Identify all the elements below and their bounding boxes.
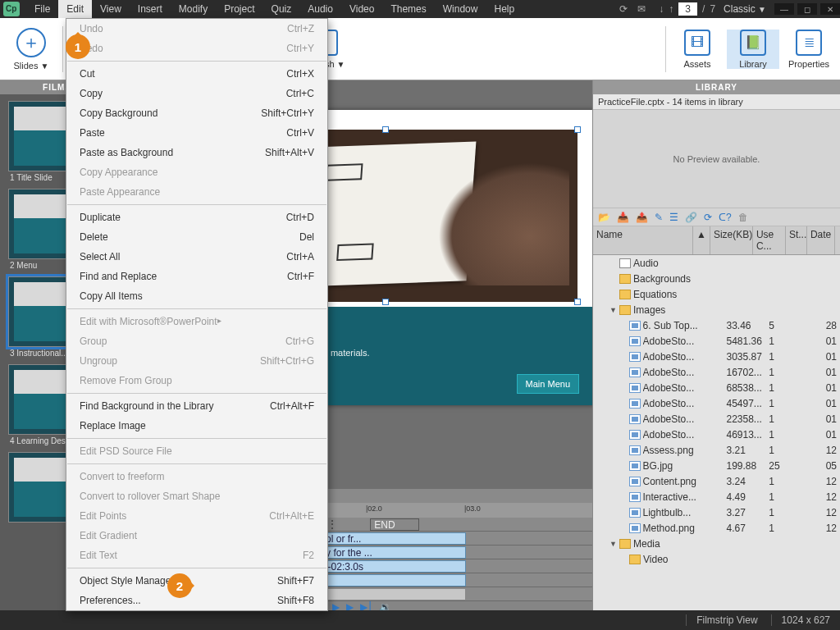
- menu-item-copy-background[interactable]: Copy BackgroundShift+Ctrl+Y: [66, 103, 327, 123]
- menu-item-find-background-in-the-library[interactable]: Find Background in the LibraryCtrl+Alt+F: [66, 396, 327, 416]
- lib-item[interactable]: Lightbulb...3.27112: [593, 504, 840, 520]
- callout-1: 1: [66, 34, 90, 59]
- lib-delete-icon[interactable]: 🗑: [738, 212, 748, 223]
- menu-edit[interactable]: Edit: [58, 0, 92, 18]
- lib-item[interactable]: AdobeSto...3035.87101: [593, 349, 840, 364]
- lib-open-icon[interactable]: 📂: [598, 212, 610, 223]
- menu-window[interactable]: Window: [435, 0, 486, 18]
- menu-item-edit-gradient: Edit Gradient: [66, 526, 327, 546]
- menu-item-paste-appearance: Paste Appearance: [66, 182, 327, 202]
- pager-down-icon[interactable]: ↓: [659, 3, 664, 15]
- lib-item[interactable]: BG.jpg199.882505: [593, 458, 840, 473]
- lib-import-icon[interactable]: 📥: [617, 212, 629, 223]
- library-file-info: PracticeFile.cptx - 14 items in library: [593, 94, 840, 110]
- workspace-selector[interactable]: Classic ▼: [724, 3, 766, 15]
- status-bar: Filmstrip View 1024 x 627: [0, 610, 840, 630]
- menu-item-copy[interactable]: CopyCtrl+C: [66, 84, 327, 103]
- menu-item-select-all[interactable]: Select AllCtrl+A: [66, 247, 327, 267]
- Library-icon: 📗: [740, 30, 766, 56]
- step-fwd-icon[interactable]: ▶: [346, 601, 354, 610]
- library-toolbar: 📂 📥 📤 ✎ ☰ 🔗 ⟳ ᑕ? 🗑: [593, 208, 840, 226]
- menu-item-edit-psd-source-file: Edit PSD Source File: [66, 441, 327, 461]
- main-menu-button[interactable]: Main Menu: [517, 374, 579, 394]
- menu-view[interactable]: View: [92, 0, 130, 18]
- menu-themes[interactable]: Themes: [382, 0, 434, 18]
- ribbon-slides[interactable]: ＋Slides ▼: [5, 28, 57, 71]
- lib-folder[interactable]: Equations: [593, 286, 840, 302]
- status-dims: 1024 x 627: [771, 614, 830, 626]
- lib-props-icon[interactable]: ☰: [669, 212, 678, 223]
- edit-menu-dropdown[interactable]: UndoCtrl+ZRedoCtrl+YCutCtrl+XCopyCtrl+CC…: [66, 18, 328, 611]
- menu-insert[interactable]: Insert: [130, 0, 171, 18]
- menu-item-replace-image[interactable]: Replace Image: [66, 416, 327, 436]
- lib-folder[interactable]: Video: [593, 551, 840, 567]
- Properties-icon: ≣: [796, 30, 822, 56]
- callout-2: 2: [167, 573, 192, 598]
- menu-item-copy-appearance: Copy Appearance: [66, 162, 327, 182]
- sync-icon[interactable]: ⟳: [619, 3, 628, 15]
- lib-folder[interactable]: ▼Images: [593, 302, 840, 317]
- menu-video[interactable]: Video: [341, 0, 382, 18]
- audio-icon[interactable]: 🔉: [379, 601, 391, 610]
- menu-item-cut[interactable]: CutCtrl+X: [66, 64, 327, 84]
- lib-item[interactable]: Method.png4.67112: [593, 520, 840, 536]
- lib-item[interactable]: Assess.png3.21112: [593, 442, 840, 458]
- library-panel: LIBRARY PracticeFile.cptx - 14 items in …: [592, 80, 840, 610]
- menu-item-find-and-replace[interactable]: Find and ReplaceCtrl+F: [66, 267, 327, 286]
- menu-modify[interactable]: Modify: [171, 0, 216, 18]
- menu-item-group: GroupCtrl+G: [66, 331, 327, 351]
- menu-item-copy-all-items[interactable]: Copy All Items: [66, 286, 327, 306]
- lib-item[interactable]: Interactive...4.49112: [593, 489, 840, 504]
- status-view: Filmstrip View: [686, 614, 757, 626]
- library-columns[interactable]: Name▲ Size(KB) Use C... St... Date: [593, 226, 840, 255]
- hand-graphic: [438, 162, 569, 285]
- menu-audio[interactable]: Audio: [299, 0, 341, 18]
- menu-item-paste-as-background[interactable]: Paste as BackgroundShift+Alt+V: [66, 143, 327, 162]
- menu-file[interactable]: File: [26, 0, 58, 18]
- ffwd-icon[interactable]: ▶⎮: [360, 601, 372, 610]
- lib-item[interactable]: AdobeSto...68538...101: [593, 380, 840, 395]
- menu-project[interactable]: Project: [216, 0, 262, 18]
- menu-item-ungroup: UngroupShift+Ctrl+G: [66, 351, 327, 371]
- window-minimize[interactable]: —: [774, 3, 794, 15]
- menu-item-redo: RedoCtrl+Y: [66, 39, 327, 58]
- lib-usage-icon[interactable]: 🔗: [685, 212, 697, 223]
- lib-edit-icon[interactable]: ✎: [655, 212, 663, 223]
- lib-item[interactable]: Content.png3.24112: [593, 473, 840, 489]
- menu-item-paste[interactable]: PasteCtrl+V: [66, 123, 327, 143]
- menu-item-delete[interactable]: DeleteDel: [66, 227, 327, 247]
- lib-select-unused-icon[interactable]: ᑕ?: [719, 212, 732, 223]
- lib-refresh-icon[interactable]: ⟳: [704, 212, 712, 223]
- window-maximize[interactable]: ◻: [797, 3, 817, 15]
- lib-item[interactable]: AdobeSto...45497...101: [593, 395, 840, 411]
- pager-up-icon[interactable]: ↑: [669, 3, 673, 15]
- library-header: LIBRARY: [593, 80, 840, 94]
- menubar: FileEditViewInsertModifyProjectQuizAudio…: [0, 0, 840, 18]
- play-icon[interactable]: ▶: [332, 601, 340, 610]
- Assets-icon: 🎞: [684, 30, 710, 56]
- menu-item-duplicate[interactable]: DuplicateCtrl+D: [66, 208, 327, 227]
- ribbon-properties[interactable]: ≣Properties: [783, 30, 835, 69]
- lib-item[interactable]: AdobeSto...22358...101: [593, 411, 840, 427]
- slide-pager: ↓ ↑ 3 / 7: [659, 2, 715, 16]
- lib-item[interactable]: AdobeSto...5481.36101: [593, 333, 840, 349]
- ribbon-library[interactable]: 📗Library: [727, 30, 779, 69]
- menu-item-preferences-[interactable]: Preferences...Shift+F8: [66, 591, 327, 610]
- menu-quiz[interactable]: Quiz: [263, 0, 300, 18]
- lib-item[interactable]: AdobeSto...46913...101: [593, 427, 840, 442]
- menu-item-convert-to-freeform: Convert to freeform: [66, 467, 327, 486]
- ribbon-assets[interactable]: 🎞Assets: [671, 30, 724, 69]
- lib-folder[interactable]: Audio: [593, 255, 840, 271]
- menu-help[interactable]: Help: [486, 0, 523, 18]
- pager-total: 7: [710, 3, 715, 15]
- lib-folder[interactable]: ▼Media: [593, 536, 840, 551]
- menu-item-undo: UndoCtrl+Z: [66, 19, 327, 39]
- lib-folder[interactable]: Backgrounds: [593, 271, 840, 286]
- lib-item[interactable]: 6. Sub Top...33.46528: [593, 317, 840, 333]
- lib-export-icon[interactable]: 📤: [636, 212, 648, 223]
- lib-item[interactable]: AdobeSto...16702...101: [593, 364, 840, 380]
- window-close[interactable]: ✕: [820, 3, 840, 15]
- pager-current[interactable]: 3: [678, 2, 697, 16]
- mail-icon[interactable]: ✉: [637, 3, 646, 15]
- library-tree[interactable]: AudioBackgroundsEquations▼Images6. Sub T…: [593, 255, 840, 610]
